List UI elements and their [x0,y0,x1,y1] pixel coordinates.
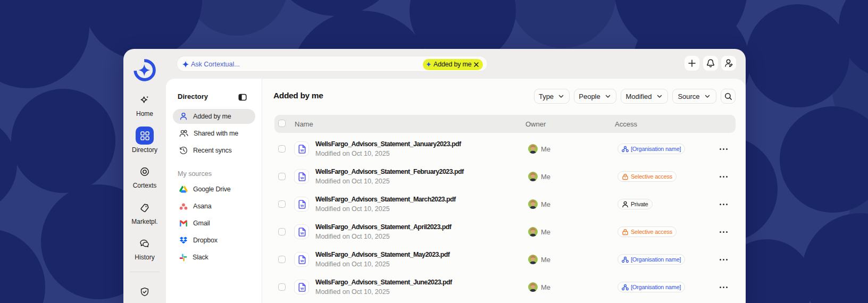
svg-text:w: w [299,148,304,153]
svg-text:w: w [299,286,304,291]
svg-text:w: w [299,203,304,208]
svg-text:w: w [299,175,304,180]
svg-text:w: w [299,258,304,263]
svg-text:w: w [299,231,304,235]
